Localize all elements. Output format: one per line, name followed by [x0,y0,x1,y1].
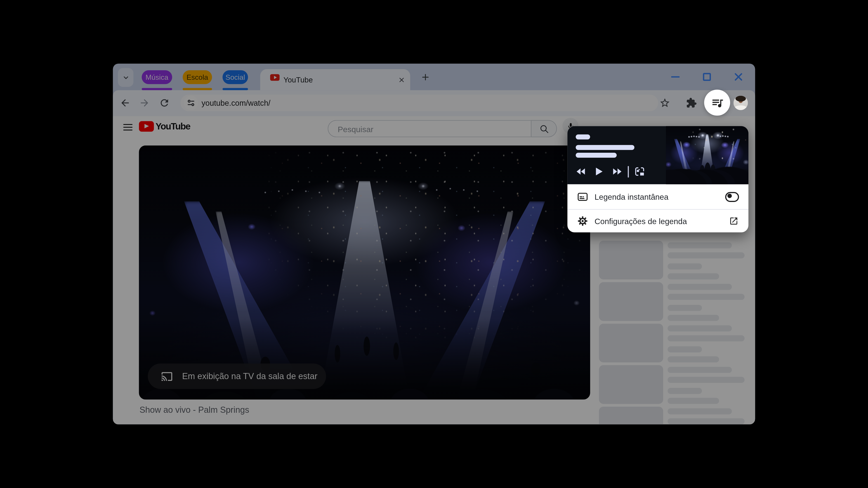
media-source-skeleton [576,134,590,139]
media-controls-popup: Legenda instantânea [567,126,748,232]
next-track-button[interactable] [608,163,627,180]
browser-window: Música Escola Social YouTube [113,64,755,424]
media-session-card [567,126,748,184]
toggle-knob [727,194,732,198]
play-icon [595,167,603,176]
rewind-icon [576,168,586,175]
media-artist-skeleton [576,153,617,158]
picture-in-picture-button[interactable] [630,163,649,180]
live-caption-label: Legenda instantânea [594,192,725,201]
media-controls-button[interactable] [704,90,730,116]
closed-captions-icon [577,191,588,202]
live-caption-toggle[interactable] [725,192,739,202]
media-playback-controls [567,163,666,180]
media-title-skeleton [576,145,634,150]
open-in-new-icon [729,217,739,226]
play-button[interactable] [590,163,609,180]
profile-avatar[interactable] [734,96,748,110]
fast-forward-icon [612,168,623,175]
screen: Música Escola Social YouTube [0,0,868,488]
live-caption-row[interactable]: Legenda instantânea [567,184,748,209]
previous-track-button[interactable] [572,163,590,180]
caption-settings-label: Configurações de legenda [594,217,729,225]
caption-settings-row[interactable]: Configurações de legenda [567,210,748,232]
queue-music-icon [710,96,724,109]
dim-overlay [113,64,755,424]
concert-artwork-image [666,126,748,184]
media-artwork [666,126,748,184]
settings-gear-icon [577,216,588,226]
picture-in-picture-icon [634,166,645,177]
controls-divider [628,166,629,177]
